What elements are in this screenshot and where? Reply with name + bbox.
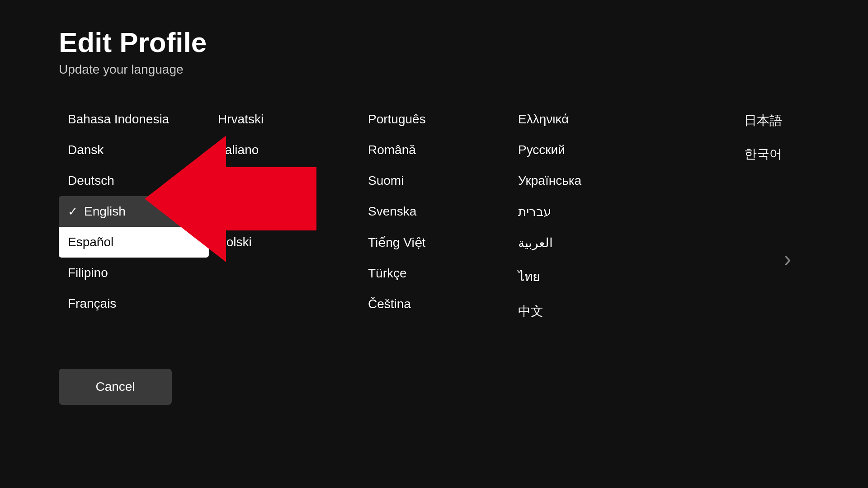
language-label: Suomi xyxy=(368,174,404,188)
language-item[interactable]: Tiếng Việt xyxy=(359,227,509,258)
language-label: ไทย xyxy=(518,267,540,286)
language-item[interactable]: 日本語 xyxy=(735,104,791,137)
language-label: Română xyxy=(368,143,416,157)
language-item[interactable]: ไทย xyxy=(509,258,659,295)
language-column-1: Bahasa Indonesia Dansk Deutsch ✓ English… xyxy=(59,104,209,328)
language-item[interactable]: Bahasa Indonesia xyxy=(59,104,209,135)
language-item[interactable]: 한국어 xyxy=(735,137,791,171)
language-column-4: Ελληνικά Русский Українська עברית العربي… xyxy=(509,104,659,328)
language-item[interactable]: Norsk bokmål xyxy=(209,196,359,227)
language-label: 한국어 xyxy=(744,145,782,163)
language-label: Ελληνικά xyxy=(518,112,569,127)
language-item[interactable]: Svenska xyxy=(359,196,509,227)
language-column-5: 日本語 한국어 › xyxy=(659,104,809,328)
language-item[interactable]: Deutsch xyxy=(59,165,209,196)
language-item[interactable]: Italiano xyxy=(209,135,359,165)
language-item-espanol[interactable]: Español xyxy=(59,227,209,258)
language-grid: Bahasa Indonesia Dansk Deutsch ✓ English… xyxy=(59,104,809,328)
language-item[interactable]: 中文 xyxy=(509,295,659,328)
language-item[interactable]: Melayu xyxy=(209,165,359,196)
language-label: Hrvatski xyxy=(218,112,264,127)
language-label: Dansk xyxy=(68,143,104,157)
language-item[interactable]: Română xyxy=(359,135,509,165)
language-label: 中文 xyxy=(518,303,543,320)
language-item[interactable]: Українська xyxy=(509,165,659,196)
language-label: Deutsch xyxy=(68,174,114,188)
language-label: Filipino xyxy=(68,266,108,280)
language-item[interactable]: Ελληνικά xyxy=(509,104,659,135)
language-item[interactable]: Filipino xyxy=(59,258,209,288)
language-label: Русский xyxy=(518,143,565,157)
check-icon: ✓ xyxy=(68,205,78,219)
chevron-right-icon[interactable]: › xyxy=(784,246,791,271)
language-label: Italiano xyxy=(218,143,259,157)
language-label: 日本語 xyxy=(744,112,782,129)
language-label: Español xyxy=(68,235,113,249)
cancel-button[interactable]: Cancel xyxy=(59,369,172,405)
language-label: English xyxy=(84,204,126,219)
language-label: Polski xyxy=(218,235,252,249)
language-label: Čeština xyxy=(368,297,411,311)
header: Edit Profile Update your language xyxy=(59,27,809,77)
language-item[interactable]: Русский xyxy=(509,135,659,165)
language-label: Melayu xyxy=(218,174,259,188)
language-item[interactable]: Português xyxy=(359,104,509,135)
language-label: Bahasa Indonesia xyxy=(68,112,169,127)
page-subtitle: Update your language xyxy=(59,62,809,77)
language-label: Türkçe xyxy=(368,266,407,281)
language-label: Português xyxy=(368,112,426,127)
language-item[interactable]: Čeština xyxy=(359,289,509,319)
language-item[interactable]: Français xyxy=(59,288,209,319)
language-item[interactable]: العربية xyxy=(509,227,659,258)
page-title: Edit Profile xyxy=(59,27,809,58)
language-label: Svenska xyxy=(368,204,416,219)
language-item[interactable]: עברית xyxy=(509,196,659,227)
language-item[interactable]: Polski xyxy=(209,227,359,258)
language-item[interactable]: Hrvatski xyxy=(209,104,359,135)
language-item[interactable]: Dansk xyxy=(59,135,209,165)
language-item-english[interactable]: ✓ English xyxy=(59,196,209,227)
language-label: Français xyxy=(68,296,116,311)
page-container: Edit Profile Update your language Bahasa… xyxy=(0,0,868,488)
language-column-2: Hrvatski Italiano Melayu Norsk bokmål Po… xyxy=(209,104,359,328)
language-item[interactable]: Suomi xyxy=(359,165,509,196)
language-item[interactable]: Türkçe xyxy=(359,258,509,289)
language-label: Українська xyxy=(518,174,581,188)
language-column-3: Português Română Suomi Svenska Tiếng Việ… xyxy=(359,104,509,328)
language-label: Norsk bokmål xyxy=(218,204,295,219)
language-label: עברית xyxy=(518,204,552,219)
language-label: العربية xyxy=(518,235,553,250)
language-label: Tiếng Việt xyxy=(368,235,425,250)
